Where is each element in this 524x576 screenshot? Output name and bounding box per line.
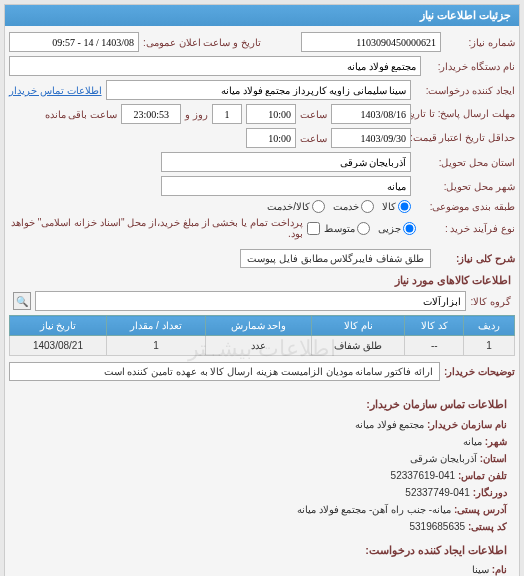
th-1: کد کالا [405,316,464,336]
contact-link[interactable]: اطلاعات تماس خریدار [9,85,102,96]
td-4: 1 [106,336,205,356]
creator-label: ایجاد کننده درخواست: [415,85,515,96]
deadline-time-input[interactable] [246,104,296,124]
search-icon[interactable]: 🔍 [13,292,31,310]
c-prov-l: استان: [480,453,507,464]
th-5: تاریخ نیاز [10,316,107,336]
c-postal: 5319685635 [409,521,465,532]
td-5: 1403/08/21 [10,336,107,356]
process-radio-group: جزیی متوسط [324,222,416,235]
c-addr: میانه- جنب راه آهن- مجتمع فولاد میانه [297,504,451,515]
c-phone: 041-52337619 [391,470,456,481]
buyer-desc-label: توضیحات خریدار: [444,366,515,377]
deadline-date-input[interactable] [331,104,411,124]
items-table: ردیف کد کالا نام کالا واحد شمارش تعداد /… [9,315,515,356]
table-wrap: ردیف کد کالا نام کالا واحد شمارش تعداد /… [9,315,515,356]
req-no-label: شماره نیاز: [445,37,515,48]
r-name: سینا [472,564,489,575]
type-label: طبقه بندی موضوعی: [415,201,515,212]
panel-title: جزئیات اطلاعات نیاز [5,5,519,26]
proc-medium-radio[interactable]: متوسط [324,222,370,235]
province-input[interactable] [161,152,411,172]
days-remain-input[interactable] [212,104,242,124]
c-fax: 041-52337749 [405,487,470,498]
process-label: نوع فرآیند خرید : [420,223,515,234]
type-radio-group: کالا خدمت کالا/خدمت [267,200,411,213]
c-org: مجتمع فولاد میانه [355,419,425,430]
deadline-label: مهلت ارسال پاسخ: تا تاریخ: [415,108,515,120]
req-no-input[interactable] [301,32,441,52]
buyer-org-input[interactable] [9,56,421,76]
creator-input[interactable] [106,80,411,100]
c-org-l: نام سازمان خریدار: [427,419,507,430]
days-and-label: روز و [185,109,208,120]
items-section-title: اطلاعات کالاهای مورد نیاز [13,274,511,287]
table-header-row: ردیف کد کالا نام کالا واحد شمارش تعداد /… [10,316,515,336]
validity-time-input[interactable] [246,128,296,148]
c-phone-l: تلفن تماس: [458,470,507,481]
panel-body: شماره نیاز: تاریخ و ساعت اعلان عمومی: نا… [5,26,519,576]
c-city: میانه [463,436,482,447]
requester-title: اطلاعات ایجاد کننده درخواست: [21,541,507,560]
summary-box: طلق شفاف فایبرگلاس مطابق فایل پیوست [240,249,431,268]
type-khedmat-radio[interactable]: خدمت [333,200,374,213]
c-prov: آذربایجان شرقی [410,453,477,464]
contact-info-block: اطلاعات تماس سازمان خریدار: نام سازمان خ… [9,385,515,576]
announce-input[interactable] [9,32,139,52]
group-input[interactable] [35,291,466,311]
validity-date-input[interactable] [331,128,411,148]
c-fax-l: دورنگار: [473,487,507,498]
th-3: واحد شمارش [205,316,311,336]
c-postal-l: کد پستی: [468,521,507,532]
validity-label: حداقل تاریخ اعتبار قیمت: تا تاریخ: [415,132,515,144]
table-row: 1 -- طلق شفاف عدد 1 1403/08/21 [10,336,515,356]
province-label: استان محل تحویل: [415,157,515,168]
city-label: شهر محل تحویل: [415,181,515,192]
buyer-desc-box: ارائه فاکتور سامانه مودیان الزامیست هزین… [9,362,440,381]
details-panel: جزئیات اطلاعات نیاز شماره نیاز: تاریخ و … [4,4,520,576]
td-3: عدد [205,336,311,356]
type-both-radio[interactable]: کالا/خدمت [267,200,325,213]
proc-partial-radio[interactable]: جزیی [378,222,416,235]
time-label-2: ساعت [300,133,327,144]
proc-note-checkbox[interactable]: پرداخت تمام یا بخشی از مبلغ خرید،از محل … [9,217,320,239]
c-addr-l: آدرس پستی: [454,504,507,515]
announce-label: تاریخ و ساعت اعلان عمومی: [143,37,261,48]
summary-label: شرح کلی نیاز: [435,253,515,264]
c-city-l: شهر: [485,436,507,447]
th-2: نام کالا [312,316,405,336]
th-4: تعداد / مقدار [106,316,205,336]
td-0: 1 [464,336,515,356]
th-0: ردیف [464,316,515,336]
td-2: طلق شفاف [312,336,405,356]
group-label: گروه کالا: [470,296,511,307]
r-name-l: نام: [492,564,507,575]
type-kala-radio[interactable]: کالا [382,200,411,213]
city-input[interactable] [161,176,411,196]
td-1: -- [405,336,464,356]
buyer-org-label: نام دستگاه خریدار: [425,61,515,72]
time-remain-input[interactable] [121,104,181,124]
contact-title: اطلاعات تماس سازمان خریدار: [21,395,507,414]
time-remain-label: ساعت باقی مانده [45,109,118,120]
time-label-1: ساعت [300,109,327,120]
